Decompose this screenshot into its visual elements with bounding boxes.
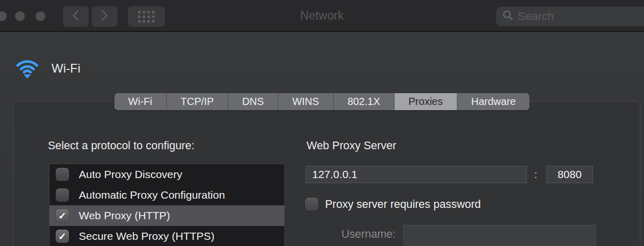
proxy-server-heading: Web Proxy Server	[307, 139, 396, 152]
grid-icon	[138, 11, 155, 23]
connection-name: Wi-Fi	[52, 61, 80, 76]
password-required-label: Proxy server requires password	[325, 198, 481, 211]
username-input[interactable]	[403, 225, 596, 245]
show-all-button[interactable]	[128, 6, 165, 27]
protocol-row-auto-proxy-discovery[interactable]: Auto Proxy Discovery	[49, 164, 284, 185]
password-required-checkbox[interactable]	[305, 198, 318, 211]
checkbox-unchecked[interactable]	[56, 168, 69, 181]
protocol-label: Auto Proxy Discovery	[79, 168, 182, 181]
tab-wifi[interactable]: Wi-Fi	[114, 93, 167, 110]
tab-proxies[interactable]: Proxies	[395, 93, 457, 110]
tab-hardware[interactable]: Hardware	[457, 93, 530, 110]
forward-button[interactable]	[92, 6, 117, 27]
host-port-separator: :	[530, 166, 541, 183]
proxy-port-input[interactable]	[546, 166, 593, 183]
chevron-left-icon	[71, 9, 80, 24]
search-input[interactable]	[518, 10, 644, 23]
back-button[interactable]	[63, 6, 89, 27]
titlebar: Network	[0, 0, 644, 32]
protocol-label: Web Proxy (HTTP)	[79, 209, 170, 222]
protocol-row-secure-web-proxy-https[interactable]: ✓ Secure Web Proxy (HTTPS)	[49, 226, 284, 246]
checkbox-checked[interactable]: ✓	[56, 209, 69, 222]
check-icon: ✓	[58, 210, 66, 222]
tab-bar: Wi-Fi TCP/IP DNS WINS 802.1X Proxies Har…	[114, 93, 530, 110]
protocol-list-heading: Select a protocol to configure:	[48, 139, 194, 152]
tab-8021x[interactable]: 802.1X	[333, 93, 394, 110]
search-icon	[502, 10, 514, 23]
username-label: Username:	[330, 228, 396, 241]
chevron-right-icon	[100, 9, 109, 24]
proxy-host-input[interactable]	[306, 166, 527, 183]
check-icon: ✓	[58, 231, 66, 242]
wifi-icon	[11, 49, 43, 81]
checkbox-checked[interactable]: ✓	[56, 230, 69, 243]
protocol-row-automatic-proxy-configuration[interactable]: Automatic Proxy Configuration	[49, 185, 284, 205]
protocol-row-web-proxy-http[interactable]: ✓ Web Proxy (HTTP)	[49, 205, 284, 226]
protocol-list: Auto Proxy Discovery Automatic Proxy Con…	[49, 164, 285, 246]
protocol-label: Automatic Proxy Configuration	[79, 189, 225, 201]
checkbox-unchecked[interactable]	[56, 188, 69, 202]
protocol-label: Secure Web Proxy (HTTPS)	[79, 230, 214, 242]
tab-tcpip[interactable]: TCP/IP	[166, 93, 228, 110]
tab-dns[interactable]: DNS	[228, 93, 278, 110]
network-preferences-window: Network	[0, 0, 644, 246]
search-field[interactable]	[496, 7, 644, 26]
tab-wins[interactable]: WINS	[278, 93, 333, 110]
